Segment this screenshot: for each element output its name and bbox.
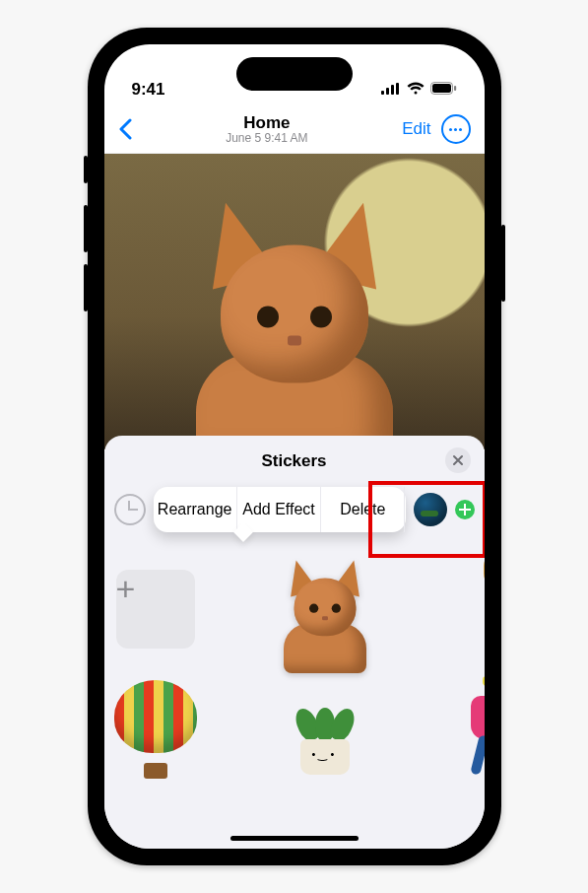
main-photo-cat[interactable] — [104, 154, 485, 449]
plus-icon: + — [116, 570, 195, 649]
stickers-sheet: Stickers Rearrange Add Effect Delete — [104, 436, 485, 849]
cat-sticker[interactable] — [207, 554, 443, 664]
sheet-title: Stickers — [261, 451, 326, 471]
iphone-frame: 9:41 — [88, 28, 501, 865]
giraffe-sticker[interactable] — [453, 554, 485, 664]
menu-add-effect[interactable]: Add Effect — [237, 487, 321, 532]
close-button[interactable] — [445, 447, 471, 473]
back-button[interactable] — [118, 118, 132, 140]
svg-rect-2 — [391, 85, 394, 95]
menu-rearrange[interactable]: Rearrange — [154, 487, 237, 532]
svg-rect-1 — [386, 88, 389, 95]
recents-icon[interactable] — [114, 494, 146, 525]
sticker-context-menu: Rearrange Add Effect Delete — [154, 487, 406, 532]
wifi-icon — [407, 80, 425, 100]
battery-icon — [430, 80, 457, 100]
nav-bar: Home June 5 9:41 AM Edit — [104, 105, 485, 154]
memoji-pack-icon[interactable] — [414, 493, 447, 526]
page-subtitle: June 5 9:41 AM — [132, 132, 403, 145]
svg-rect-3 — [396, 83, 399, 95]
cellular-icon — [381, 80, 401, 100]
svg-rect-5 — [432, 84, 451, 93]
person-basketball-sticker[interactable] — [453, 674, 485, 785]
hot-air-balloon-sticker[interactable] — [114, 674, 197, 785]
svg-rect-0 — [381, 91, 384, 95]
add-sticker-tile[interactable]: + — [114, 554, 197, 664]
add-pack-icon[interactable] — [455, 500, 475, 519]
menu-delete[interactable]: Delete — [321, 487, 405, 532]
more-button[interactable] — [441, 114, 471, 144]
dynamic-island — [236, 57, 353, 91]
potted-plant-sticker[interactable]: • ‿ • — [207, 674, 443, 785]
edit-button[interactable]: Edit — [402, 119, 430, 139]
home-indicator[interactable] — [230, 836, 359, 841]
svg-rect-6 — [454, 86, 456, 91]
status-time: 9:41 — [132, 80, 165, 100]
page-title: Home — [132, 114, 403, 132]
